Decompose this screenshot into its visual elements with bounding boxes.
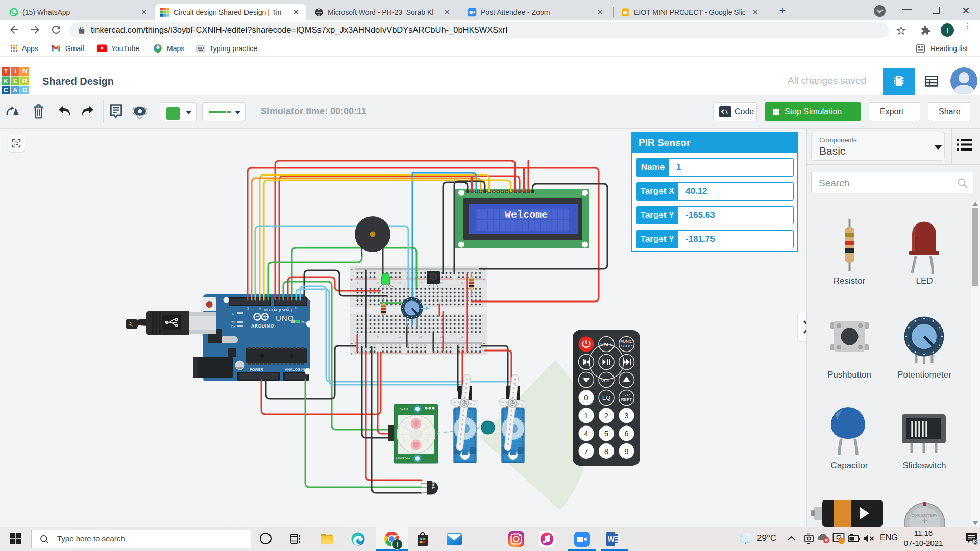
svg-text:7: 7	[274, 307, 277, 309]
svg-text:ARDUINO: ARDUINO	[251, 323, 274, 329]
svg-text:EQ: EQ	[602, 395, 610, 401]
svg-text:555-28027: 555-28027	[396, 456, 410, 459]
svg-text:RX: RX	[231, 325, 235, 328]
svg-text:A: A	[13, 86, 18, 94]
svg-text:VOL-: VOL-	[601, 378, 611, 383]
svg-text:11: 11	[398, 335, 401, 338]
svg-text:1: 1	[357, 282, 358, 285]
svg-text:6: 6	[377, 282, 379, 285]
svg-text:+: +	[483, 277, 485, 282]
svg-text:+: +	[350, 277, 353, 282]
svg-text:6: 6	[624, 429, 628, 438]
svg-text:11: 11	[398, 282, 401, 285]
svg-text:26: 26	[461, 282, 464, 285]
svg-text:STOP: STOP	[621, 344, 632, 348]
svg-text:16: 16	[419, 335, 422, 338]
svg-text:5: 5	[604, 429, 608, 438]
svg-text:8: 8	[604, 447, 608, 456]
svg-text:21: 21	[440, 282, 443, 285]
svg-text:3: 3	[624, 411, 628, 420]
svg-text:N: N	[22, 67, 27, 75]
svg-text:FUNC/: FUNC/	[620, 339, 633, 344]
svg-text:POWER: POWER	[250, 368, 263, 371]
svg-text:9: 9	[624, 447, 628, 456]
svg-text:13: 13	[246, 307, 249, 310]
svg-text:K: K	[4, 77, 9, 85]
svg-text:2: 2	[604, 411, 608, 420]
svg-text:10: 10	[258, 307, 261, 310]
svg-text:COIN BATTERY: COIN BATTERY	[911, 514, 937, 517]
svg-text:ON: ON	[301, 321, 305, 324]
svg-text:7: 7	[584, 447, 588, 456]
svg-text:ST/: ST/	[623, 393, 630, 397]
svg-text:2: 2	[295, 307, 298, 309]
svg-text:E: E	[13, 77, 18, 85]
svg-text:TMP: TMP	[431, 481, 436, 489]
svg-text:−: −	[350, 267, 353, 272]
svg-text:26: 26	[461, 335, 464, 338]
svg-text:0: 0	[584, 393, 588, 402]
svg-text:TX: TX	[231, 321, 235, 324]
svg-text:6: 6	[377, 335, 379, 338]
svg-text:1: 1	[584, 411, 588, 420]
svg-text:ANALOG IN: ANALOG IN	[285, 368, 305, 371]
svg-text:4: 4	[286, 307, 289, 309]
svg-text:I: I	[14, 67, 16, 75]
svg-text:PIR5V: PIR5V	[400, 407, 408, 410]
svg-text:R: R	[22, 77, 28, 85]
svg-text:D: D	[22, 86, 27, 94]
svg-text:+: +	[483, 352, 485, 357]
svg-text:C: C	[4, 86, 9, 94]
svg-text:+: +	[350, 352, 353, 357]
svg-text:16: 16	[419, 282, 422, 285]
svg-text:REPT: REPT	[621, 397, 632, 402]
svg-text:UNO: UNO	[276, 314, 294, 322]
svg-text:3: 3	[974, 538, 977, 545]
svg-text:T: T	[4, 67, 8, 75]
svg-text:4: 4	[584, 429, 588, 438]
svg-text:Welcome: Welcome	[505, 209, 548, 221]
svg-text:VOL+: VOL+	[600, 342, 612, 347]
